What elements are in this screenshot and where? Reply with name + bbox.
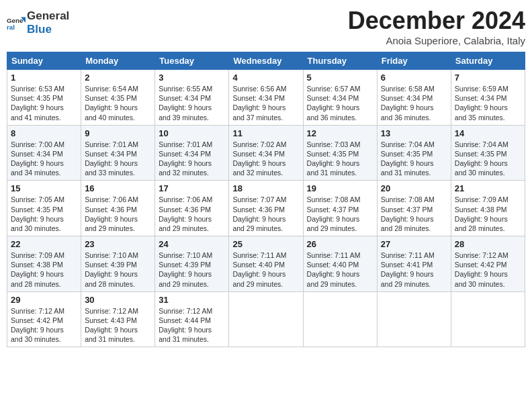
day-info: Sunrise: 7:11 AMSunset: 4:40 PMDaylight:…: [307, 250, 373, 289]
day-info: Sunrise: 7:03 AMSunset: 4:35 PMDaylight:…: [307, 140, 373, 178]
day-info: Sunrise: 7:01 AMSunset: 4:34 PMDaylight:…: [85, 140, 151, 178]
day-info: Sunrise: 6:57 AMSunset: 4:34 PMDaylight:…: [307, 84, 373, 122]
day-number: 12: [307, 128, 373, 138]
calendar-day-cell: 27Sunrise: 7:11 AMSunset: 4:41 PMDayligh…: [377, 236, 451, 292]
calendar-day-cell: [229, 291, 303, 347]
svg-text:ral: ral: [7, 23, 15, 30]
calendar-day-cell: 17Sunrise: 7:06 AMSunset: 4:36 PMDayligh…: [155, 181, 229, 236]
calendar-day-cell: 4Sunrise: 6:56 AMSunset: 4:34 PMDaylight…: [229, 70, 303, 126]
logo: Gene ral General Blue: [7, 9, 69, 36]
day-info: Sunrise: 6:53 AMSunset: 4:35 PMDaylight:…: [11, 84, 77, 122]
day-number: 25: [232, 239, 299, 249]
calendar-day-cell: 15Sunrise: 7:05 AMSunset: 4:35 PMDayligh…: [7, 181, 81, 236]
logo-blue: Blue: [27, 23, 69, 36]
day-info: Sunrise: 6:58 AMSunset: 4:34 PMDaylight:…: [381, 84, 447, 122]
day-info: Sunrise: 7:12 AMSunset: 4:42 PMDaylight:…: [455, 250, 521, 289]
calendar-day-cell: 1Sunrise: 6:53 AMSunset: 4:35 PMDaylight…: [7, 70, 81, 126]
calendar-week-row: 1Sunrise: 6:53 AMSunset: 4:35 PMDaylight…: [7, 70, 525, 126]
day-number: 15: [11, 183, 77, 193]
day-number: 18: [232, 183, 299, 193]
day-number: 3: [159, 73, 225, 83]
day-number: 5: [307, 73, 373, 83]
day-info: Sunrise: 7:04 AMSunset: 4:35 PMDaylight:…: [381, 140, 447, 178]
calendar-day-cell: 7Sunrise: 6:59 AMSunset: 4:34 PMDaylight…: [451, 70, 525, 126]
calendar-day-cell: 22Sunrise: 7:09 AMSunset: 4:38 PMDayligh…: [7, 236, 81, 292]
day-info: Sunrise: 7:11 AMSunset: 4:41 PMDaylight:…: [381, 250, 447, 289]
calendar-day-cell: 26Sunrise: 7:11 AMSunset: 4:40 PMDayligh…: [303, 236, 377, 292]
day-info: Sunrise: 7:12 AMSunset: 4:44 PMDaylight:…: [159, 306, 225, 345]
day-number: 29: [11, 295, 77, 305]
calendar-day-cell: 21Sunrise: 7:09 AMSunset: 4:38 PMDayligh…: [451, 181, 525, 236]
calendar-day-cell: 31Sunrise: 7:12 AMSunset: 4:44 PMDayligh…: [155, 291, 229, 347]
weekday-header-friday: Friday: [377, 52, 451, 70]
calendar-day-cell: [451, 291, 525, 347]
title-area: December 2024 Anoia Superiore, Calabria,…: [348, 7, 525, 46]
calendar-day-cell: 3Sunrise: 6:55 AMSunset: 4:34 PMDaylight…: [155, 70, 229, 126]
day-number: 7: [455, 73, 521, 83]
day-number: 2: [85, 73, 151, 83]
day-number: 22: [11, 239, 77, 249]
day-number: 23: [85, 239, 151, 249]
day-info: Sunrise: 7:08 AMSunset: 4:37 PMDaylight:…: [307, 195, 373, 233]
day-info: Sunrise: 7:11 AMSunset: 4:40 PMDaylight:…: [232, 250, 299, 289]
calendar-day-cell: 28Sunrise: 7:12 AMSunset: 4:42 PMDayligh…: [451, 236, 525, 292]
day-number: 10: [159, 128, 225, 138]
day-info: Sunrise: 7:06 AMSunset: 4:36 PMDaylight:…: [159, 195, 225, 233]
weekday-header-wednesday: Wednesday: [229, 52, 303, 70]
page-header: Gene ral General Blue December 2024 Anoi…: [7, 7, 525, 46]
calendar-day-cell: 29Sunrise: 7:12 AMSunset: 4:42 PMDayligh…: [7, 291, 81, 347]
day-number: 17: [159, 183, 225, 193]
calendar-day-cell: 16Sunrise: 7:06 AMSunset: 4:36 PMDayligh…: [81, 181, 155, 236]
weekday-header-sunday: Sunday: [7, 52, 81, 70]
calendar-day-cell: 18Sunrise: 7:07 AMSunset: 4:36 PMDayligh…: [229, 181, 303, 236]
day-info: Sunrise: 7:06 AMSunset: 4:36 PMDaylight:…: [85, 195, 151, 233]
logo-icon: Gene ral: [7, 13, 26, 32]
weekday-header-thursday: Thursday: [303, 52, 377, 70]
calendar-week-row: 15Sunrise: 7:05 AMSunset: 4:35 PMDayligh…: [7, 181, 525, 236]
location-subtitle: Anoia Superiore, Calabria, Italy: [348, 35, 525, 46]
weekday-header-tuesday: Tuesday: [155, 52, 229, 70]
calendar-table: SundayMondayTuesdayWednesdayThursdayFrid…: [7, 52, 525, 347]
calendar-day-cell: 11Sunrise: 7:02 AMSunset: 4:34 PMDayligh…: [229, 125, 303, 181]
weekday-header-row: SundayMondayTuesdayWednesdayThursdayFrid…: [7, 52, 525, 70]
month-title: December 2024: [348, 7, 525, 35]
day-number: 28: [455, 239, 521, 249]
calendar-day-cell: 24Sunrise: 7:10 AMSunset: 4:39 PMDayligh…: [155, 236, 229, 292]
day-number: 27: [381, 239, 447, 249]
day-number: 20: [381, 183, 447, 193]
day-number: 9: [85, 128, 151, 138]
day-info: Sunrise: 7:02 AMSunset: 4:34 PMDaylight:…: [232, 140, 299, 178]
calendar-day-cell: 25Sunrise: 7:11 AMSunset: 4:40 PMDayligh…: [229, 236, 303, 292]
day-number: 11: [232, 128, 299, 138]
day-number: 16: [85, 183, 151, 193]
calendar-week-row: 22Sunrise: 7:09 AMSunset: 4:38 PMDayligh…: [7, 236, 525, 292]
day-info: Sunrise: 7:07 AMSunset: 4:36 PMDaylight:…: [232, 195, 299, 233]
weekday-header-saturday: Saturday: [451, 52, 525, 70]
calendar-week-row: 29Sunrise: 7:12 AMSunset: 4:42 PMDayligh…: [7, 291, 525, 347]
calendar-day-cell: 8Sunrise: 7:00 AMSunset: 4:34 PMDaylight…: [7, 125, 81, 181]
day-info: Sunrise: 7:12 AMSunset: 4:42 PMDaylight:…: [11, 306, 77, 345]
day-number: 30: [85, 295, 151, 305]
calendar-day-cell: [303, 291, 377, 347]
calendar-day-cell: 19Sunrise: 7:08 AMSunset: 4:37 PMDayligh…: [303, 181, 377, 236]
calendar-day-cell: 20Sunrise: 7:08 AMSunset: 4:37 PMDayligh…: [377, 181, 451, 236]
day-number: 4: [232, 73, 299, 83]
day-info: Sunrise: 7:00 AMSunset: 4:34 PMDaylight:…: [11, 140, 77, 178]
calendar-day-cell: 30Sunrise: 7:12 AMSunset: 4:43 PMDayligh…: [81, 291, 155, 347]
day-info: Sunrise: 7:09 AMSunset: 4:38 PMDaylight:…: [11, 250, 77, 289]
day-number: 24: [159, 239, 225, 249]
day-info: Sunrise: 7:04 AMSunset: 4:35 PMDaylight:…: [455, 140, 521, 178]
day-number: 19: [307, 183, 373, 193]
calendar-day-cell: 9Sunrise: 7:01 AMSunset: 4:34 PMDaylight…: [81, 125, 155, 181]
calendar-day-cell: [377, 291, 451, 347]
calendar-day-cell: 13Sunrise: 7:04 AMSunset: 4:35 PMDayligh…: [377, 125, 451, 181]
day-number: 8: [11, 128, 77, 138]
calendar-week-row: 8Sunrise: 7:00 AMSunset: 4:34 PMDaylight…: [7, 125, 525, 181]
day-info: Sunrise: 6:59 AMSunset: 4:34 PMDaylight:…: [455, 84, 521, 122]
logo-general: Gene: [27, 9, 56, 22]
calendar-day-cell: 12Sunrise: 7:03 AMSunset: 4:35 PMDayligh…: [303, 125, 377, 181]
day-number: 31: [159, 295, 225, 305]
day-number: 14: [455, 128, 521, 138]
day-number: 13: [381, 128, 447, 138]
calendar-day-cell: 14Sunrise: 7:04 AMSunset: 4:35 PMDayligh…: [451, 125, 525, 181]
